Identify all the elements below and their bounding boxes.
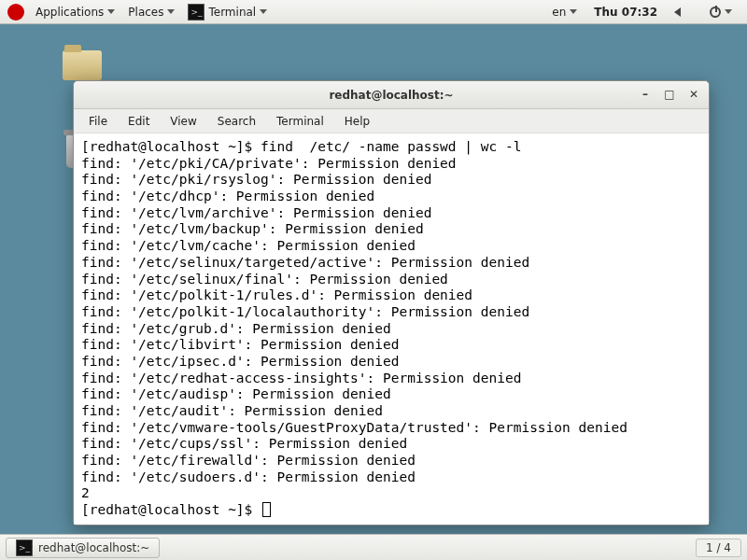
minimize-button[interactable]: – [636, 85, 655, 104]
chevron-down-icon [107, 9, 115, 14]
menu-view[interactable]: View [161, 112, 205, 131]
workspace-switcher[interactable]: 1 / 4 [696, 539, 741, 557]
panel-right: en Thu 07:32 [546, 4, 743, 21]
chevron-down-icon [167, 9, 175, 14]
menu-help[interactable]: Help [335, 112, 379, 131]
maximize-button[interactable]: □ [660, 85, 679, 104]
terminal-icon: >_ [188, 4, 204, 21]
chevron-down-icon [725, 9, 732, 14]
workspace-label: 1 / 4 [706, 541, 731, 554]
menu-edit[interactable]: Edit [119, 112, 159, 131]
keyboard-indicator[interactable]: en [546, 4, 583, 21]
power-icon [710, 7, 721, 18]
terminal-label: Terminal [208, 6, 256, 19]
task-label: redhat@localhost:~ [38, 541, 149, 554]
redhat-logo-icon[interactable] [7, 4, 24, 21]
titlebar[interactable]: redhat@localhost:~ – □ ✕ [74, 81, 709, 109]
taskbar-entry[interactable]: >_ redhat@localhost:~ [6, 538, 160, 558]
applications-menu[interactable]: Applications [30, 4, 120, 21]
folder-icon [63, 50, 102, 80]
terminal-icon: >_ [16, 539, 33, 556]
cursor [262, 502, 271, 517]
clock[interactable]: Thu 07:32 [594, 6, 657, 19]
menu-search[interactable]: Search [208, 112, 265, 131]
terminal-body[interactable]: [redhat@localhost ~]$ find /etc/ -name p… [74, 133, 709, 525]
chevron-down-icon [570, 9, 577, 14]
speaker-icon [674, 6, 687, 19]
menu-terminal[interactable]: Terminal [267, 112, 333, 131]
panel-left: Applications Places >_ Terminal [4, 2, 273, 22]
applications-label: Applications [35, 6, 104, 19]
menu-file[interactable]: File [79, 112, 117, 131]
lang-label: en [552, 6, 566, 19]
menubar: File Edit View Search Terminal Help [74, 109, 709, 133]
terminal-window: redhat@localhost:~ – □ ✕ File Edit View … [73, 80, 710, 525]
power-menu[interactable] [704, 5, 738, 20]
places-label: Places [128, 6, 163, 19]
chevron-down-icon [260, 9, 267, 14]
terminal-launcher[interactable]: >_ Terminal [182, 2, 273, 22]
top-panel: Applications Places >_ Terminal en Thu 0… [0, 0, 747, 24]
window-title: redhat@localhost:~ [329, 89, 453, 102]
close-button[interactable]: ✕ [684, 85, 703, 104]
places-menu[interactable]: Places [122, 4, 180, 21]
window-controls: – □ ✕ [636, 85, 703, 104]
volume-control[interactable] [669, 4, 693, 21]
bottom-panel: >_ redhat@localhost:~ 1 / 4 [0, 534, 747, 560]
